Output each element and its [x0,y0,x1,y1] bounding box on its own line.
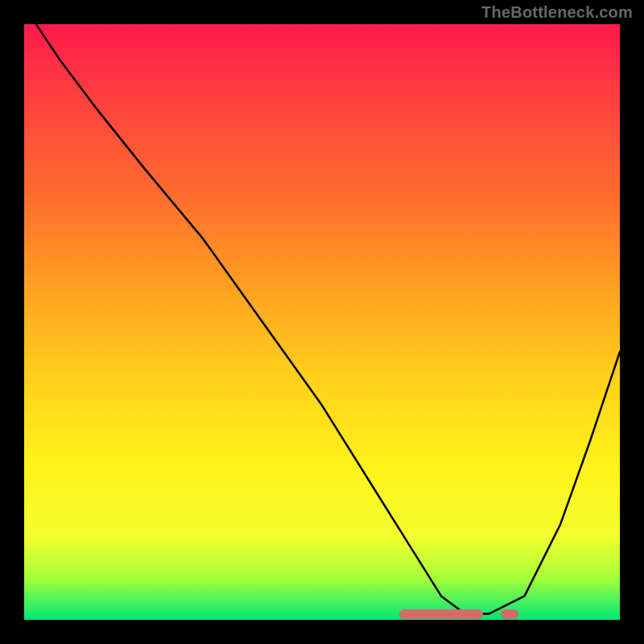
chart-container: TheBottleneck.com [0,0,644,644]
bottleneck-curve [24,24,620,620]
plot-area [24,24,620,620]
dip-highlight-2 [501,609,518,619]
watermark-text: TheBottleneck.com [481,3,633,22]
dip-highlight-1 [399,609,483,619]
